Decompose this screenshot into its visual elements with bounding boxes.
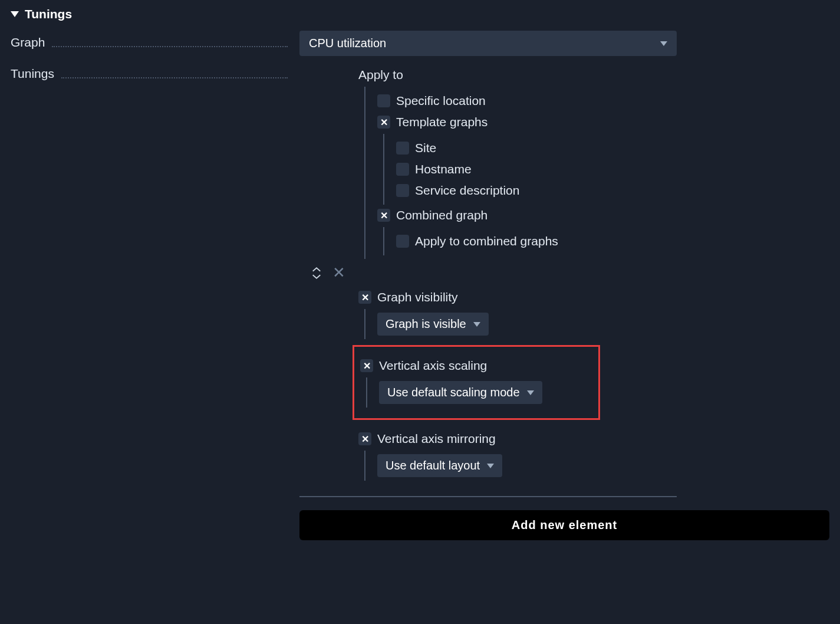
graph-select[interactable]: CPU utilization xyxy=(299,31,677,56)
checkbox-apply-combined[interactable] xyxy=(396,235,409,248)
dotted-leader xyxy=(61,77,288,78)
graph-select-value: CPU utilization xyxy=(309,37,386,50)
remove-element-button[interactable]: ✕ xyxy=(332,264,345,282)
reorder-remove-controls: ✕ xyxy=(311,264,829,282)
chevron-up-icon xyxy=(311,267,322,272)
checkbox-site[interactable] xyxy=(396,142,409,155)
label-combined-graph: Combined graph xyxy=(396,208,487,222)
apply-to-children: Specific location Template graphs Site H… xyxy=(364,87,829,259)
checkbox-template-graphs[interactable] xyxy=(377,116,390,129)
divider xyxy=(299,496,677,497)
chevron-down-icon xyxy=(660,41,667,46)
checkbox-vertical-axis-mirroring[interactable] xyxy=(358,432,371,445)
option-vertical-axis-scaling: Vertical axis scaling xyxy=(360,355,589,376)
label-vertical-axis-mirroring: Vertical axis mirroring xyxy=(377,432,496,446)
label-vertical-axis-scaling: Vertical axis scaling xyxy=(379,359,487,373)
label-apply-combined: Apply to combined graphs xyxy=(415,234,558,248)
tunings-label: Tunings xyxy=(11,67,54,81)
graph-visibility-children: Graph is visible xyxy=(364,309,829,339)
option-hostname: Hostname xyxy=(396,159,829,180)
label-service-description: Service description xyxy=(415,183,519,198)
vertical-axis-mirroring-value: Use default layout xyxy=(386,459,480,472)
graph-visibility-select[interactable]: Graph is visible xyxy=(377,313,489,336)
vertical-axis-scaling-children: Use default scaling mode xyxy=(366,377,589,408)
checkbox-combined-graph[interactable] xyxy=(377,209,390,222)
option-vertical-axis-mirroring: Vertical axis mirroring xyxy=(358,428,829,449)
highlight-vertical-axis-scaling: Vertical axis scaling Use default scalin… xyxy=(353,345,600,420)
template-graphs-children: Site Hostname Service description xyxy=(383,134,829,205)
graph-visibility-value: Graph is visible xyxy=(386,317,466,331)
section-header-tunings[interactable]: Tunings xyxy=(11,7,829,21)
label-graph-visibility: Graph visibility xyxy=(377,290,458,304)
label-site: Site xyxy=(415,141,436,155)
option-template-graphs: Template graphs xyxy=(377,111,829,133)
checkbox-specific-location[interactable] xyxy=(377,94,390,107)
option-graph-visibility: Graph visibility xyxy=(358,287,829,308)
checkbox-hostname[interactable] xyxy=(396,163,409,176)
vertical-axis-mirroring-children: Use default layout xyxy=(364,451,829,481)
row-tunings: Tunings Apply to Specific location Templ… xyxy=(11,62,829,540)
graph-label: Graph xyxy=(11,35,45,50)
dotted-leader xyxy=(52,46,288,47)
chevron-down-icon xyxy=(473,322,480,327)
checkbox-vertical-axis-scaling[interactable] xyxy=(360,359,373,372)
vertical-axis-scaling-select[interactable]: Use default scaling mode xyxy=(379,381,542,404)
group-vertical-axis-mirroring: Vertical axis mirroring Use default layo… xyxy=(358,428,829,481)
option-site: Site xyxy=(396,137,829,159)
option-specific-location: Specific location xyxy=(377,90,829,111)
row-graph: Graph CPU utilization xyxy=(11,31,829,56)
group-graph-visibility: Graph visibility Graph is visible xyxy=(358,287,829,339)
tunings-body: Apply to Specific location Template grap… xyxy=(299,62,829,481)
label-col-tunings: Tunings xyxy=(11,62,299,81)
label-col-graph: Graph xyxy=(11,31,299,50)
checkbox-graph-visibility[interactable] xyxy=(358,291,371,304)
apply-to-heading: Apply to xyxy=(358,64,829,86)
option-combined-graph: Combined graph xyxy=(377,205,829,226)
chevron-down-icon xyxy=(487,464,494,468)
chevron-down-icon xyxy=(311,274,322,280)
combined-graph-children: Apply to combined graphs xyxy=(383,227,829,255)
label-specific-location: Specific location xyxy=(396,94,486,108)
reorder-handle[interactable] xyxy=(311,267,322,280)
label-hostname: Hostname xyxy=(415,162,472,176)
option-service-description: Service description xyxy=(396,180,829,201)
option-apply-combined: Apply to combined graphs xyxy=(396,231,829,252)
chevron-down-icon xyxy=(527,390,534,395)
collapse-triangle-icon xyxy=(11,11,19,17)
label-template-graphs: Template graphs xyxy=(396,115,487,129)
vertical-axis-mirroring-select[interactable]: Use default layout xyxy=(377,454,502,477)
add-new-element-button[interactable]: Add new element xyxy=(299,510,829,540)
vertical-axis-scaling-value: Use default scaling mode xyxy=(387,386,520,399)
checkbox-service-description[interactable] xyxy=(396,184,409,197)
section-title: Tunings xyxy=(25,7,72,21)
